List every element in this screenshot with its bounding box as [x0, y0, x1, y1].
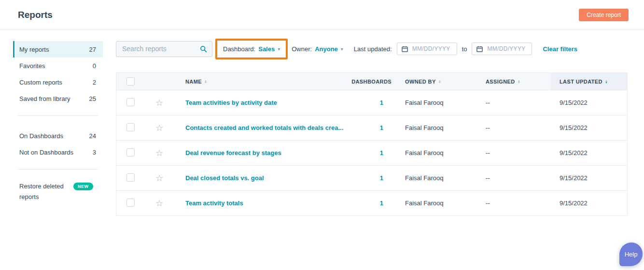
sidebar-item-count: 25	[89, 95, 96, 102]
table-row: ☆ Team activity totals 1 Faisal Farooq -…	[116, 190, 627, 215]
sidebar-item-label: Custom reports	[19, 79, 62, 86]
chevron-down-icon: ▾	[278, 46, 280, 52]
page-title: Reports	[18, 10, 53, 20]
reports-table: NAME ▲▼ DASHBOARDS OWNED BY ▲▼ ASSIGNED …	[116, 72, 628, 216]
owner-filter-label: Owner:	[292, 45, 312, 53]
owner-filter-dropdown[interactable]: Owner: Anyone ▾	[292, 45, 343, 53]
sort-icon: ▲▼	[438, 80, 441, 84]
assigned-cell: --	[478, 124, 551, 131]
last-updated-cell: 9/15/2022	[551, 149, 627, 156]
table-row: ☆ Deal revenue forecast by stages 1 Fais…	[116, 140, 627, 165]
favorite-star-icon[interactable]: ☆	[155, 148, 163, 158]
last-updated-cell: 9/15/2022	[551, 124, 627, 131]
table-row: ☆ Team activities by activity date 1 Fai…	[116, 90, 627, 115]
sidebar-item-label: My reports	[19, 46, 49, 53]
report-name-link[interactable]: Contacts created and worked totals with …	[185, 124, 343, 131]
search-box	[116, 41, 212, 57]
assigned-cell: --	[478, 199, 551, 207]
date-to-input[interactable]	[486, 45, 527, 53]
dashboard-filter-highlight: Dashboard: Sales ▾	[215, 39, 288, 59]
sidebar-item-label: On Dashboards	[19, 132, 63, 140]
sidebar-item-label: Not on Dashboards	[19, 149, 73, 156]
sidebar-item-on-dashboards[interactable]: On Dashboards 24	[13, 128, 103, 144]
row-checkbox[interactable]	[126, 123, 135, 131]
sidebar: My reports 27 Favorites 0 Custom reports…	[0, 30, 103, 216]
search-input[interactable]	[121, 44, 200, 53]
owned-by-cell: Faisal Farooq	[392, 174, 478, 182]
table-row: ☆ Deal closed totals vs. goal 1 Faisal F…	[116, 165, 627, 190]
help-button[interactable]: Help	[619, 242, 643, 266]
sidebar-item-not-on-dashboards[interactable]: Not on Dashboards 3	[13, 144, 103, 160]
sidebar-item-count: 3	[93, 149, 96, 156]
column-header-assigned[interactable]: ASSIGNED ▲▼	[478, 73, 551, 90]
dashboards-count-link[interactable]: 1	[380, 149, 392, 156]
sort-icon-active-desc: ▲▼	[605, 80, 608, 84]
date-range-to-label: to	[462, 45, 467, 53]
clear-filters-link[interactable]: Clear filters	[543, 45, 577, 53]
main-content: Dashboard: Sales ▾ Owner: Anyone ▾ Last …	[103, 30, 644, 216]
sidebar-item-my-reports[interactable]: My reports 27	[13, 41, 103, 57]
owned-by-cell: Faisal Farooq	[392, 199, 478, 207]
row-checkbox[interactable]	[126, 199, 135, 207]
date-from-input[interactable]	[411, 45, 452, 53]
last-updated-cell: 9/15/2022	[551, 174, 627, 182]
column-header-owned-by[interactable]: OWNED BY ▲▼	[392, 73, 478, 90]
sidebar-divider	[18, 169, 98, 170]
calendar-icon	[476, 46, 483, 52]
sort-icon: ▲▼	[518, 80, 520, 84]
dashboards-count-link[interactable]: 1	[380, 99, 392, 106]
sidebar-item-saved-from-library[interactable]: Saved from library 25	[13, 90, 103, 107]
sort-icon: ▲▼	[204, 80, 207, 84]
last-updated-cell: 9/15/2022	[551, 99, 627, 106]
favorite-star-icon[interactable]: ☆	[155, 173, 163, 183]
sidebar-item-custom-reports[interactable]: Custom reports 2	[13, 74, 103, 90]
sidebar-item-label: Saved from library	[19, 95, 70, 102]
assigned-cell: --	[478, 149, 551, 156]
last-updated-filter-label: Last updated:	[354, 45, 392, 53]
dashboard-filter-label: Dashboard:	[223, 45, 255, 53]
dashboard-filter-value: Sales	[258, 45, 275, 53]
star-column-header	[146, 73, 174, 90]
row-checkbox[interactable]	[126, 98, 135, 106]
report-name-link[interactable]: Deal closed totals vs. goal	[185, 174, 264, 182]
sidebar-item-count: 2	[93, 79, 96, 86]
assigned-cell: --	[478, 174, 551, 182]
report-name-link[interactable]: Deal revenue forecast by stages	[185, 149, 281, 156]
row-checkbox[interactable]	[126, 148, 135, 156]
favorite-star-icon[interactable]: ☆	[155, 123, 163, 133]
sidebar-item-favorites[interactable]: Favorites 0	[13, 57, 103, 74]
select-all-checkbox[interactable]	[126, 77, 135, 85]
sidebar-item-count: 24	[89, 132, 96, 140]
sidebar-item-count: 0	[93, 62, 96, 70]
chevron-down-icon: ▾	[341, 46, 343, 52]
date-to-field[interactable]	[472, 43, 532, 55]
report-name-link[interactable]: Team activities by activity date	[185, 99, 277, 106]
favorite-star-icon[interactable]: ☆	[155, 199, 163, 208]
create-report-button[interactable]: Create report	[579, 9, 629, 21]
owner-filter-value: Anyone	[315, 45, 338, 53]
favorite-star-icon[interactable]: ☆	[155, 98, 163, 108]
column-header-last-updated[interactable]: LAST UPDATED ▲▼	[551, 73, 627, 90]
top-bar: Reports Create report	[0, 0, 644, 30]
restore-label: Restore deleted reports	[19, 181, 73, 202]
owned-by-cell: Faisal Farooq	[392, 99, 478, 106]
table-body: ☆ Team activities by activity date 1 Fai…	[116, 90, 627, 215]
new-badge: NEW	[73, 183, 93, 190]
date-from-field[interactable]	[397, 43, 457, 55]
column-header-name[interactable]: NAME ▲▼	[174, 73, 353, 90]
dashboards-count-link[interactable]: 1	[380, 199, 392, 207]
search-icon[interactable]	[200, 45, 207, 53]
row-checkbox[interactable]	[126, 173, 135, 182]
sidebar-item-label: Favorites	[19, 62, 45, 70]
owned-by-cell: Faisal Farooq	[392, 124, 478, 131]
report-name-link[interactable]: Team activity totals	[185, 199, 243, 207]
dashboards-count-link[interactable]: 1	[380, 174, 392, 182]
dashboards-count-link[interactable]: 1	[380, 124, 392, 131]
dashboard-filter-dropdown[interactable]: Dashboard: Sales ▾	[218, 41, 285, 57]
sidebar-divider	[18, 115, 98, 116]
sidebar-item-restore-deleted-reports[interactable]: Restore deleted reports NEW	[19, 181, 98, 202]
column-header-dashboards: DASHBOARDS	[353, 73, 392, 90]
assigned-cell: --	[478, 99, 551, 106]
calendar-icon	[402, 46, 408, 52]
last-updated-cell: 9/15/2022	[551, 199, 627, 207]
